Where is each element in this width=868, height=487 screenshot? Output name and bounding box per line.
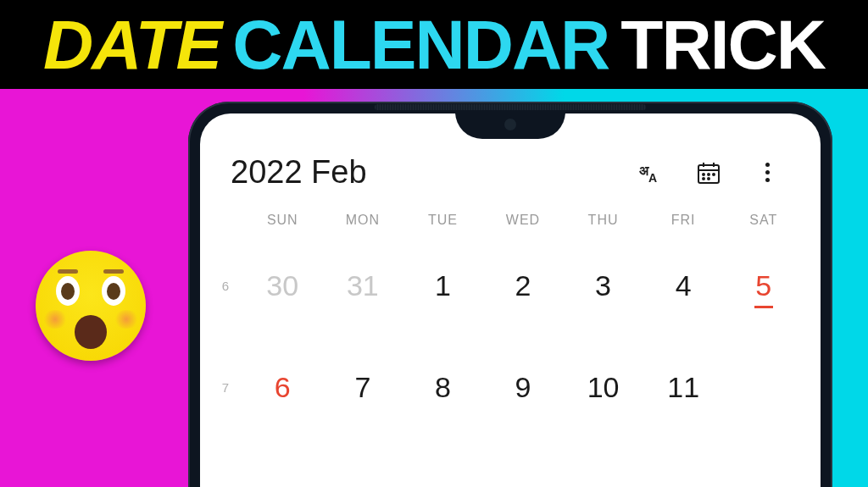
calendar-month-title[interactable]: 2022 Feb <box>231 154 635 191</box>
calendar-day[interactable]: 4 <box>643 256 724 315</box>
calendar-day[interactable]: 12 <box>723 357 804 417</box>
calendar-day[interactable]: 30 <box>242 256 323 315</box>
more-menu-icon[interactable] <box>754 159 782 185</box>
weekday-sat: SAT <box>723 213 804 228</box>
calendar-day[interactable]: 1 <box>403 256 483 315</box>
weekday-sun: SUN <box>242 213 323 228</box>
calendar-day[interactable]: 11 <box>643 357 724 417</box>
shocked-emoji <box>36 251 146 361</box>
title-word-calendar: CALENDAR <box>232 5 609 85</box>
title-word-trick: TRICK <box>620 5 825 85</box>
svg-point-6 <box>703 174 704 175</box>
phone-screen: 2022 Feb अ A <box>200 113 821 487</box>
svg-text:A: A <box>648 171 657 185</box>
calendar-day[interactable]: 2 <box>483 256 564 315</box>
calendar-icon[interactable] <box>694 158 723 187</box>
calendar-day[interactable]: 3 <box>563 256 643 315</box>
weekday-row: SUN MON TUE WED THU FRI SAT <box>200 201 821 235</box>
svg-point-8 <box>713 174 715 175</box>
svg-point-7 <box>708 174 709 175</box>
calendar-week-row: 6303112345 <box>209 235 804 336</box>
calendar-day[interactable]: 10 <box>563 357 643 417</box>
title-word-date: DATE <box>43 5 220 85</box>
week-number: 6 <box>209 279 242 293</box>
calendar-day[interactable]: 5 <box>723 256 804 315</box>
weekday-mon: MON <box>323 213 403 228</box>
calendar-grid: 630311234576789101112 <box>200 235 821 438</box>
calendar-day[interactable]: 9 <box>483 357 564 417</box>
calendar-day[interactable]: 6 <box>242 357 323 417</box>
weekday-wed: WED <box>483 213 564 228</box>
phone-notch <box>455 113 565 139</box>
svg-point-9 <box>703 178 704 180</box>
weekday-tue: TUE <box>403 213 483 228</box>
language-icon[interactable]: अ A <box>635 158 664 187</box>
weekday-fri: FRI <box>643 213 724 228</box>
calendar-day[interactable]: 8 <box>403 357 483 417</box>
calendar-day[interactable]: 31 <box>323 256 403 315</box>
title-bar: DATE CALENDAR TRICK <box>0 0 868 89</box>
calendar-week-row: 76789101112 <box>209 336 804 438</box>
phone-speaker <box>375 104 646 110</box>
svg-point-10 <box>708 178 709 180</box>
week-number: 7 <box>209 380 242 395</box>
phone-frame: 2022 Feb अ A <box>188 102 832 487</box>
calendar-day[interactable]: 7 <box>323 357 403 417</box>
weekday-thu: THU <box>563 213 643 228</box>
